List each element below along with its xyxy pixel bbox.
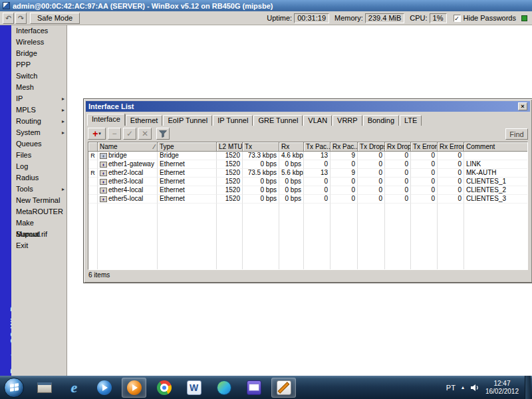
running-flag bbox=[88, 186, 98, 195]
sidebar-item[interactable]: Interfaces ▸ bbox=[11, 25, 66, 37]
tab-gre-tunnel[interactable]: GRE Tunnel bbox=[253, 115, 303, 126]
connection-quality-indicator bbox=[521, 15, 527, 21]
sidebar-item[interactable]: System ▸ bbox=[11, 127, 66, 138]
sidebar-item[interactable]: MetaROUTER ▸ bbox=[11, 206, 66, 217]
tab-interface[interactable]: Interface bbox=[87, 114, 125, 126]
sidebar-item[interactable]: Bridge ▸ bbox=[11, 48, 66, 59]
tray-expand-icon[interactable]: ▴ bbox=[462, 384, 464, 390]
sidebar-item[interactable]: IP ▸ bbox=[11, 93, 66, 104]
show-desktop-button[interactable] bbox=[525, 376, 531, 399]
sidebar-item[interactable]: MPLS ▸ bbox=[11, 104, 66, 116]
column-header-rx-packet[interactable]: Rx Pac... bbox=[331, 142, 358, 152]
taskbar-app-messenger[interactable] bbox=[211, 378, 236, 398]
start-button[interactable] bbox=[4, 378, 24, 398]
column-header-comment[interactable]: Comment bbox=[464, 142, 527, 152]
interface-type: Ethernet bbox=[158, 195, 217, 203]
rx-drops: 0 bbox=[385, 169, 411, 178]
table-row[interactable]: R ether2-local Ethernet 1520 73.5 kbps 5… bbox=[88, 169, 527, 178]
column-header-type[interactable]: Type bbox=[158, 142, 217, 152]
sidebar-item[interactable]: Tools ▸ bbox=[11, 184, 66, 195]
redo-button[interactable]: ↷ bbox=[15, 13, 27, 24]
remove-button[interactable]: − bbox=[108, 128, 121, 140]
rx-packets: 9 bbox=[331, 152, 358, 160]
taskbar-app-media-player-2[interactable] bbox=[122, 378, 146, 398]
column-header-rx[interactable]: Rx bbox=[279, 142, 304, 152]
sidebar-item[interactable]: Log ▸ bbox=[11, 161, 66, 172]
safe-mode-button[interactable]: Safe Mode bbox=[30, 13, 80, 24]
taskbar-app-internet-explorer[interactable]: e bbox=[62, 378, 86, 398]
submenu-arrow-icon: ▸ bbox=[62, 116, 65, 127]
tx-errors: 0 bbox=[411, 169, 438, 178]
taskbar-app-word[interactable]: W bbox=[182, 378, 206, 398]
sidebar-item[interactable]: Routing ▸ bbox=[11, 116, 66, 127]
tray-time: 12:47 bbox=[485, 380, 519, 388]
language-indicator[interactable]: PT bbox=[446, 384, 456, 392]
clock[interactable]: 12:47 16/02/2012 bbox=[485, 380, 519, 396]
uptime-label: Uptime: bbox=[267, 14, 292, 22]
table-row[interactable]: ether3-local Ethernet 1520 0 bps 0 bps 0… bbox=[88, 178, 527, 186]
window-title: admin@00:0C:42:AC:97:AA (SERVER) - WinBo… bbox=[13, 2, 273, 10]
sidebar-item-label: PPP bbox=[16, 61, 31, 68]
undo-button[interactable]: ↶ bbox=[3, 13, 14, 24]
column-header-tx[interactable]: Tx bbox=[243, 142, 279, 152]
tab-eoip-tunnel[interactable]: EoIP Tunnel bbox=[163, 115, 212, 126]
interface-name: ether1-gateway bbox=[108, 160, 154, 168]
disable-button[interactable]: ✕ bbox=[138, 128, 152, 140]
rx-rate: 0 bps bbox=[279, 186, 304, 195]
volume-icon[interactable] bbox=[470, 384, 479, 392]
column-header-flag[interactable] bbox=[88, 142, 98, 152]
tx-packets: 0 bbox=[304, 160, 331, 169]
l2mtu-value: 1520 bbox=[217, 160, 243, 169]
taskbar-app-live-mail[interactable] bbox=[241, 378, 266, 398]
interface-comment: CLIENTES_1 bbox=[464, 178, 527, 186]
sidebar-item[interactable]: Switch ▸ bbox=[11, 70, 66, 82]
table-row[interactable]: ether1-gateway Ethernet 1520 0 bps 0 bps… bbox=[88, 160, 527, 169]
taskbar-app-media-player[interactable] bbox=[92, 378, 116, 398]
rx-packets: 0 bbox=[331, 160, 358, 169]
tab-ethernet[interactable]: Ethernet bbox=[126, 115, 163, 126]
close-icon[interactable]: × bbox=[518, 102, 527, 110]
sidebar-item[interactable]: Manual ▸ bbox=[11, 229, 66, 240]
column-header-l2mtu[interactable]: L2 MTU bbox=[217, 142, 243, 152]
table-row[interactable]: ether4-local Ethernet 1520 0 bps 0 bps 0… bbox=[88, 186, 527, 195]
add-interface-button[interactable]: + ▾ bbox=[88, 128, 106, 140]
sidebar-item[interactable]: PPP ▸ bbox=[11, 59, 66, 70]
filter-button[interactable] bbox=[156, 128, 170, 140]
sidebar-item[interactable]: Exit ▸ bbox=[11, 240, 66, 251]
sidebar-item[interactable]: Mesh ▸ bbox=[11, 82, 66, 93]
sidebar-item[interactable]: Files ▸ bbox=[11, 150, 66, 161]
tab-ip-tunnel[interactable]: IP Tunnel bbox=[213, 115, 253, 126]
tab-vlan[interactable]: VLAN bbox=[303, 115, 332, 126]
column-header-tx-errors[interactable]: Tx Errors bbox=[411, 142, 438, 152]
column-header-rx-errors[interactable]: Rx Errors bbox=[438, 142, 464, 152]
sidebar-item[interactable]: Make Supout.rif ▸ bbox=[11, 217, 66, 229]
find-button[interactable]: Find bbox=[505, 128, 528, 140]
interface-list-titlebar[interactable]: Interface List × bbox=[86, 101, 530, 112]
enable-button[interactable]: ✓ bbox=[123, 128, 136, 140]
table-row[interactable]: R bridge Bridge 1520 73.3 kbps 4.6 kbps … bbox=[88, 152, 527, 160]
table-row[interactable]: ether5-local Ethernet 1520 0 bps 0 bps 0… bbox=[88, 195, 527, 203]
tab-lte[interactable]: LTE bbox=[400, 115, 422, 126]
taskbar-app-window[interactable] bbox=[32, 378, 57, 398]
taskbar-app-chrome[interactable] bbox=[152, 378, 176, 398]
sidebar-item[interactable]: Queues ▸ bbox=[11, 138, 66, 150]
column-header-tx-drops[interactable]: Tx Drops bbox=[358, 142, 385, 152]
hide-passwords-checkbox[interactable]: ✓ bbox=[454, 15, 461, 22]
sidebar-item[interactable]: New Terminal ▸ bbox=[11, 195, 66, 206]
winbox-toolbar: ↶ ↷ Safe Mode Uptime: 00:31:19 Memory: 2… bbox=[0, 11, 532, 25]
taskbar-app-paint[interactable] bbox=[271, 378, 296, 398]
tx-errors: 0 bbox=[411, 160, 438, 169]
tx-rate: 0 bps bbox=[243, 195, 279, 203]
sidebar-item[interactable]: Radius ▸ bbox=[11, 172, 66, 184]
tx-drops: 0 bbox=[358, 186, 385, 195]
column-header-tx-packet[interactable]: Tx Pac... bbox=[304, 142, 331, 152]
tab-bonding[interactable]: Bonding bbox=[363, 115, 399, 126]
tab-vrrp[interactable]: VRRP bbox=[332, 115, 362, 126]
tx-rate: 0 bps bbox=[243, 178, 279, 186]
interface-list-window: Interface List × Interface Ethernet EoIP… bbox=[83, 98, 532, 283]
column-header-rx-drops[interactable]: Rx Drops bbox=[385, 142, 411, 152]
ethernet-icon bbox=[100, 179, 107, 185]
column-header-name[interactable]: Name ∕ bbox=[98, 142, 158, 152]
mail-icon bbox=[247, 380, 261, 395]
sidebar-item[interactable]: Wireless ▸ bbox=[11, 37, 66, 48]
